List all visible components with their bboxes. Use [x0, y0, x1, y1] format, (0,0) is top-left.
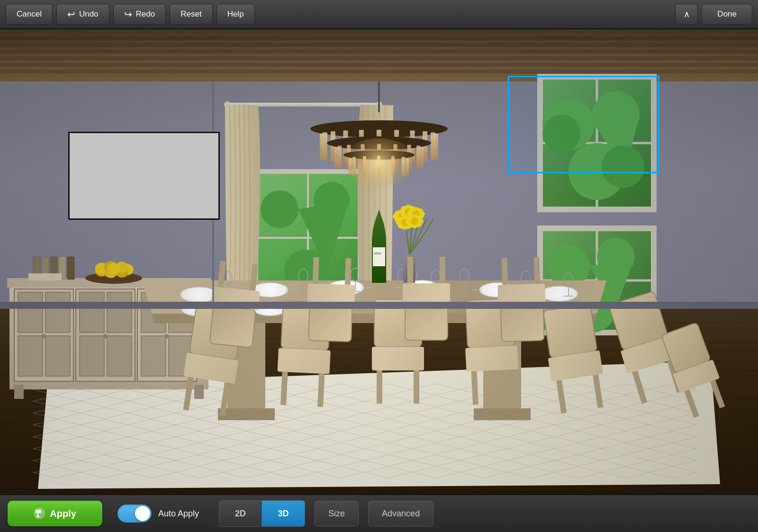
artwork-frame[interactable] — [68, 132, 220, 220]
done-button[interactable]: Done — [702, 4, 752, 25]
redo-icon: ↪ — [124, 9, 132, 20]
scene-viewport[interactable] — [0, 29, 758, 494]
redo-button[interactable]: ↪ Redo — [113, 4, 166, 25]
scene-canvas[interactable] — [0, 29, 758, 494]
size-label: Size — [328, 509, 345, 518]
reset-button[interactable]: Reset — [170, 4, 212, 25]
view-3d-button[interactable]: 3D — [262, 501, 305, 526]
top-toolbar: Cancel ↩ Undo ↪ Redo Reset Help ∧ Done — [0, 0, 758, 29]
svg-rect-0 — [36, 510, 41, 513]
advanced-button[interactable]: Advanced — [368, 501, 433, 526]
apply-button[interactable]: Apply — [8, 501, 102, 526]
bottom-toolbar: Apply Auto Apply 2D 3D Size Advanced — [0, 494, 758, 532]
apply-label: Apply — [50, 508, 76, 519]
help-label: Help — [227, 9, 244, 19]
svg-rect-2 — [36, 516, 39, 517]
auto-apply-area: Auto Apply — [117, 505, 199, 523]
undo-label: Undo — [79, 9, 99, 19]
view-mode-buttons: 2D 3D — [219, 500, 305, 527]
collapse-button[interactable]: ∧ — [675, 4, 698, 25]
view-2d-label: 2D — [235, 509, 246, 518]
advanced-label: Advanced — [382, 509, 420, 518]
undo-button[interactable]: ↩ Undo — [56, 4, 109, 25]
size-button[interactable]: Size — [315, 501, 359, 526]
cancel-button[interactable]: Cancel — [6, 4, 53, 25]
done-label: Done — [717, 9, 737, 18]
redo-label: Redo — [136, 9, 155, 19]
auto-apply-label: Auto Apply — [158, 509, 199, 519]
reset-label: Reset — [180, 9, 201, 19]
svg-rect-1 — [37, 513, 38, 516]
cancel-label: Cancel — [17, 9, 42, 19]
view-3d-label: 3D — [278, 509, 289, 518]
view-2d-button[interactable]: 2D — [219, 501, 262, 526]
help-button[interactable]: Help — [217, 4, 255, 25]
auto-apply-toggle[interactable] — [117, 505, 152, 523]
chevron-up-icon: ∧ — [684, 9, 690, 19]
paint-roller-icon — [34, 508, 45, 519]
toggle-thumb — [135, 506, 150, 521]
undo-icon: ↩ — [67, 9, 75, 20]
